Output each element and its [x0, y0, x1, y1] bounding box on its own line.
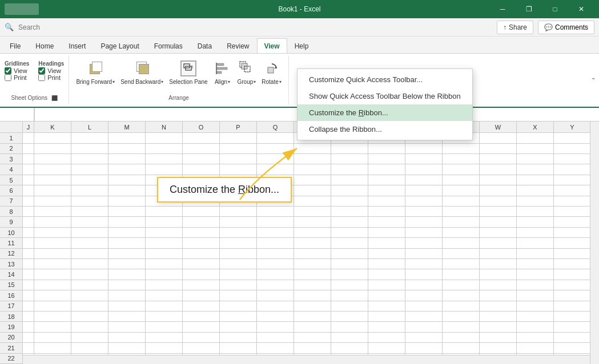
grid-cell[interactable]	[108, 228, 146, 238]
row-header[interactable]: 2	[0, 144, 23, 154]
grid-cell[interactable]	[331, 228, 368, 238]
row-header[interactable]: 9	[0, 217, 23, 227]
grid-cell[interactable]	[405, 196, 443, 207]
grid-cell[interactable]	[368, 175, 405, 185]
grid-cell[interactable]	[23, 133, 34, 143]
grid-cell[interactable]	[368, 259, 405, 269]
grid-cell[interactable]	[220, 217, 257, 227]
grid-cell[interactable]	[554, 228, 591, 238]
col-header-p[interactable]: P	[220, 122, 257, 132]
grid-cell[interactable]	[517, 343, 554, 353]
row-header[interactable]: 17	[0, 301, 23, 312]
grid-cell[interactable]	[220, 343, 257, 353]
row-header[interactable]: 20	[0, 333, 23, 343]
headings-view-checkbox[interactable]	[38, 67, 45, 74]
grid-cell[interactable]	[331, 249, 368, 259]
grid-cell[interactable]	[146, 144, 183, 154]
grid-cell[interactable]	[71, 228, 108, 238]
grid-cell[interactable]	[183, 207, 220, 217]
grid-cell[interactable]	[220, 228, 257, 238]
grid-cell[interactable]	[23, 196, 34, 207]
grid-cell[interactable]	[443, 154, 480, 164]
grid-cell[interactable]	[554, 207, 591, 217]
align-dropdown-icon[interactable]: ▾	[228, 79, 230, 84]
grid-cell[interactable]	[294, 290, 331, 301]
context-menu-item-show-qat-below[interactable]: Show Quick Access Toolbar Below the Ribb…	[298, 88, 472, 104]
grid-cell[interactable]	[331, 269, 368, 280]
row-header[interactable]: 1	[0, 133, 23, 143]
grid-cell[interactable]	[220, 207, 257, 217]
tab-view[interactable]: View	[257, 38, 287, 53]
grid-cell[interactable]	[257, 280, 294, 290]
grid-cell[interactable]	[405, 343, 443, 353]
grid-cell[interactable]	[220, 249, 257, 259]
grid-cell[interactable]	[405, 259, 443, 269]
grid-cell[interactable]	[23, 249, 34, 259]
grid-cell[interactable]	[405, 154, 443, 164]
grid-cell[interactable]	[108, 301, 146, 312]
grid-cell[interactable]	[23, 154, 34, 164]
grid-cell[interactable]	[146, 164, 183, 175]
grid-cell[interactable]	[480, 185, 517, 196]
grid-cell[interactable]	[517, 207, 554, 217]
grid-cell[interactable]	[517, 196, 554, 207]
grid-cell[interactable]	[554, 249, 591, 259]
grid-cell[interactable]	[71, 269, 108, 280]
grid-cell[interactable]	[554, 322, 591, 332]
grid-cell[interactable]	[554, 238, 591, 248]
row-header[interactable]: 7	[0, 196, 23, 207]
row-header[interactable]: 13	[0, 259, 23, 269]
grid-cell[interactable]	[480, 154, 517, 164]
grid-cell[interactable]	[368, 333, 405, 343]
grid-cell[interactable]	[368, 196, 405, 207]
grid-cell[interactable]	[257, 259, 294, 269]
grid-cell[interactable]	[34, 144, 71, 154]
grid-cell[interactable]	[183, 333, 220, 343]
grid-cell[interactable]	[71, 175, 108, 185]
gridlines-print-checkbox[interactable]	[5, 74, 11, 81]
grid-cell[interactable]	[480, 196, 517, 207]
grid-cell[interactable]	[257, 144, 294, 154]
grid-cell[interactable]	[257, 333, 294, 343]
grid-cell[interactable]	[257, 322, 294, 332]
grid-cell[interactable]	[480, 290, 517, 301]
grid-cell[interactable]	[183, 133, 220, 143]
grid-cell[interactable]	[23, 164, 34, 175]
grid-cell[interactable]	[331, 343, 368, 353]
grid-cell[interactable]	[220, 164, 257, 175]
grid-cell[interactable]	[405, 301, 443, 312]
grid-cell[interactable]	[368, 207, 405, 217]
grid-cell[interactable]	[443, 144, 480, 154]
grid-cell[interactable]	[108, 333, 146, 343]
grid-cell[interactable]	[220, 259, 257, 269]
grid-cell[interactable]	[220, 290, 257, 301]
grid-cell[interactable]	[554, 154, 591, 164]
grid-cell[interactable]	[554, 290, 591, 301]
grid-cell[interactable]	[554, 301, 591, 312]
name-box[interactable]	[0, 108, 34, 121]
grid-cell[interactable]	[294, 144, 331, 154]
grid-cell[interactable]	[368, 290, 405, 301]
grid-cell[interactable]	[405, 280, 443, 290]
grid-cell[interactable]	[554, 175, 591, 185]
grid-cell[interactable]	[443, 164, 480, 175]
grid-cell[interactable]	[368, 280, 405, 290]
row-header[interactable]: 19	[0, 322, 23, 332]
row-header[interactable]: 5	[0, 175, 23, 185]
grid-cell[interactable]	[517, 249, 554, 259]
grid-cell[interactable]	[34, 238, 71, 248]
grid-cell[interactable]	[71, 301, 108, 312]
grid-cell[interactable]	[183, 312, 220, 322]
grid-cell[interactable]	[146, 228, 183, 238]
grid-cell[interactable]	[34, 133, 71, 143]
grid-cell[interactable]	[23, 322, 34, 332]
grid-cell[interactable]	[146, 207, 183, 217]
grid-cell[interactable]	[108, 290, 146, 301]
tab-home[interactable]: Home	[28, 38, 61, 53]
grid-cell[interactable]	[108, 249, 146, 259]
grid-cell[interactable]	[71, 322, 108, 332]
grid-cell[interactable]	[108, 312, 146, 322]
grid-cell[interactable]	[294, 207, 331, 217]
grid-cell[interactable]	[108, 175, 146, 185]
grid-cell[interactable]	[294, 185, 331, 196]
